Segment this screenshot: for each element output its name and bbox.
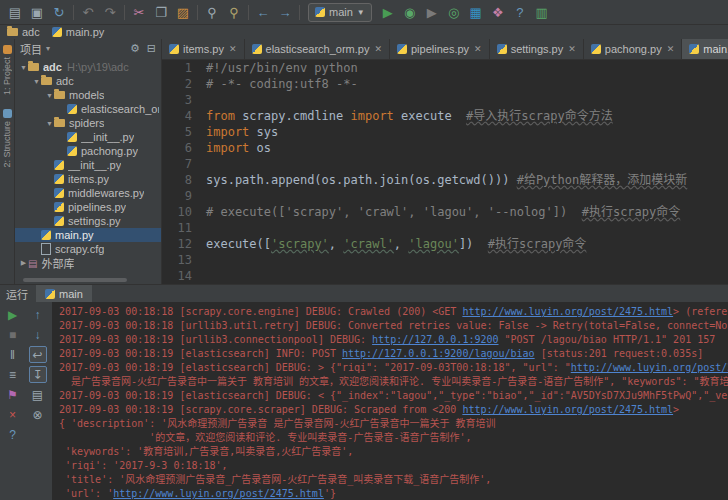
project-scrollbar[interactable] — [23, 278, 127, 282]
console-link[interactable]: http://www.luyin.org/post/2475.html — [571, 362, 728, 373]
main-area: 1: Project2: Structure 项目 ▾ ⚙ ⊟ ▼adcH:\p… — [0, 39, 728, 284]
paste-icon[interactable]: ▨ — [172, 2, 194, 22]
rerun-button[interactable]: ▶ — [4, 306, 22, 323]
breadcrumb-item[interactable]: main.py — [52, 26, 105, 38]
open-project-icon[interactable]: ▤ — [4, 2, 26, 22]
run-coverage-icon[interactable]: ▶ — [421, 2, 443, 22]
replace-icon[interactable]: ⚲ — [223, 2, 245, 22]
tab-main-py[interactable]: main.py✕ — [682, 39, 728, 59]
collapse-all-icon[interactable]: ⊟ — [147, 42, 156, 55]
tree-item[interactable]: ▼spiders — [15, 116, 161, 130]
tree-item[interactable]: pipelines.py — [15, 200, 161, 214]
close-icon[interactable]: ✕ — [667, 44, 675, 54]
toolbar-separator — [299, 5, 300, 20]
python-file-icon — [54, 160, 64, 170]
help-button[interactable]: ? — [4, 426, 22, 443]
run-configuration-select[interactable]: main▼ — [308, 3, 372, 22]
back-icon[interactable]: ← — [252, 2, 274, 22]
close-icon[interactable]: ✕ — [474, 44, 482, 54]
settings-repository-icon[interactable]: ▥ — [531, 2, 553, 22]
tab-pipelines-py[interactable]: pipelines.py✕ — [390, 39, 490, 59]
next-occurrence-button[interactable]: ↓ — [29, 326, 47, 343]
tab-pachong-py[interactable]: pachong.py✕ — [584, 39, 682, 59]
console-line: 'url': 'http://www.luyin.org/post/2475.h… — [59, 487, 728, 500]
close-button[interactable]: × — [4, 406, 22, 423]
tree-arrow-icon[interactable]: ▼ — [32, 78, 41, 85]
chevron-down-icon[interactable]: ▾ — [46, 44, 50, 53]
tree-item[interactable]: elasticsearch_orm. — [15, 102, 161, 116]
debug-icon[interactable]: ◉ — [399, 2, 421, 22]
console-link[interactable]: http://127.0.0.1:9200 — [372, 334, 498, 345]
pause-output-button[interactable]: ‖ — [4, 346, 22, 363]
tree-item[interactable]: __init__.py — [15, 158, 161, 172]
forward-icon[interactable]: → — [274, 2, 296, 22]
console-output[interactable]: 2017-09-03 00:18:18 [scrapy.core.engine]… — [52, 302, 728, 500]
tree-item[interactable]: items.py — [15, 172, 161, 186]
editor-code[interactable]: #!/usr/bin/env python# -*- coding:utf8 -… — [199, 60, 728, 284]
prev-occurrence-button[interactable]: ↑ — [29, 306, 47, 323]
tab-settings-py[interactable]: settings.py✕ — [490, 39, 584, 59]
console-text: '的文章，欢迎您阅读和评论. 专业叫卖录音-广告录音-语音广告制作', — [59, 432, 471, 443]
find-icon[interactable]: ⚲ — [201, 2, 223, 22]
code-line: from scrapy.cmdline import execute #导入执行… — [206, 108, 728, 124]
soft-wrap-button[interactable]: ↩ — [29, 346, 47, 363]
redo-icon[interactable]: ↷ — [99, 2, 121, 22]
tree-item[interactable]: __init__.py — [15, 130, 161, 144]
tab-items-py[interactable]: items.py✕ — [162, 39, 245, 59]
tool-window-button[interactable]: 1: Project — [2, 45, 12, 95]
scroll-to-end-button[interactable]: ↧ — [29, 366, 47, 383]
tree-item[interactable]: ▼adcH:\py\19\adc — [15, 60, 161, 74]
close-icon[interactable]: ✕ — [568, 44, 576, 54]
tab-label: items.py — [183, 43, 224, 55]
tree-item-label: middlewares.py — [68, 187, 144, 199]
tool-window-button[interactable]: 2: Structure — [2, 109, 12, 168]
tree-item[interactable]: pachong.py — [15, 144, 161, 158]
breadcrumb-item[interactable]: adc — [7, 26, 40, 38]
copy-icon[interactable]: ❐ — [150, 2, 172, 22]
clear-all-button[interactable]: ⊗ — [29, 406, 47, 423]
run-icon[interactable]: ▶ — [377, 2, 399, 22]
console-link[interactable]: http://www.luyin.org/post/2475.html — [462, 306, 673, 317]
tree-arrow-icon[interactable]: ▼ — [45, 92, 54, 99]
help-icon[interactable]: ? — [509, 2, 531, 22]
console-link[interactable]: http://www.luyin.org/post/2475.html — [113, 488, 324, 499]
console-link[interactable]: http://www.luyin.org/post/2475.html — [462, 404, 673, 415]
console-line: 'title': '风水命理预测广告录音_广告录音网-火红广告录音_叫卖录音下载… — [59, 473, 728, 487]
tree-arrow-icon[interactable]: ▼ — [45, 120, 54, 127]
pin-button[interactable]: ⚑ — [4, 386, 22, 403]
tree-item[interactable]: main.py — [15, 228, 161, 242]
tool-window-icon — [3, 109, 12, 118]
console-line: { 'description': '风水命理预测广告录音 是广告录音网-火红广告… — [59, 417, 728, 431]
console-link[interactable]: http://127.0.0.1:9200/lagou/biao — [342, 348, 535, 359]
sync-icon[interactable]: ↻ — [48, 2, 70, 22]
restore-layout-button[interactable]: ≡ — [4, 366, 22, 383]
tab-elasticsearch_orm-py[interactable]: elasticsearch_orm.py✕ — [245, 39, 390, 59]
tree-item[interactable]: middlewares.py — [15, 186, 161, 200]
tree-item[interactable]: ▼adc — [15, 74, 161, 88]
python-console-icon[interactable]: ❖ — [487, 2, 509, 22]
line-number: 10 — [162, 204, 192, 220]
concurrency-diagram-icon[interactable]: ▦ — [465, 2, 487, 22]
stop-button[interactable]: ■ — [4, 326, 22, 343]
cut-icon[interactable]: ✂ — [128, 2, 150, 22]
undo-icon[interactable]: ↶ — [77, 2, 99, 22]
close-icon[interactable]: ✕ — [374, 44, 382, 54]
tree-item[interactable]: ▶▤外部库 — [15, 256, 161, 270]
project-panel-header: 项目 ▾ ⚙ ⊟ — [15, 39, 161, 58]
print-button[interactable]: ▤ — [29, 386, 47, 403]
save-all-icon[interactable]: ▣ — [26, 2, 48, 22]
tree-item[interactable]: scrapy.cfg — [15, 242, 161, 256]
python-file-icon — [315, 7, 325, 17]
tree-item[interactable]: ▼models — [15, 88, 161, 102]
profile-icon[interactable]: ◎ — [443, 2, 465, 22]
run-tab-main[interactable]: main — [36, 285, 92, 302]
tree-arrow-icon[interactable]: ▼ — [19, 64, 28, 71]
tree-item[interactable]: settings.py — [15, 214, 161, 228]
python-file-icon — [169, 44, 179, 54]
console-text: 2017-09-03 00:18:19 [elasticsearch] DEBU… — [59, 362, 571, 373]
gear-icon[interactable]: ⚙ — [130, 42, 140, 55]
tree-arrow-icon[interactable]: ▶ — [19, 259, 28, 267]
code-editor[interactable]: 1234567891011121314 #!/usr/bin/env pytho… — [162, 60, 728, 284]
close-icon[interactable]: ✕ — [229, 44, 237, 54]
tree-item-label: adc — [56, 75, 74, 87]
